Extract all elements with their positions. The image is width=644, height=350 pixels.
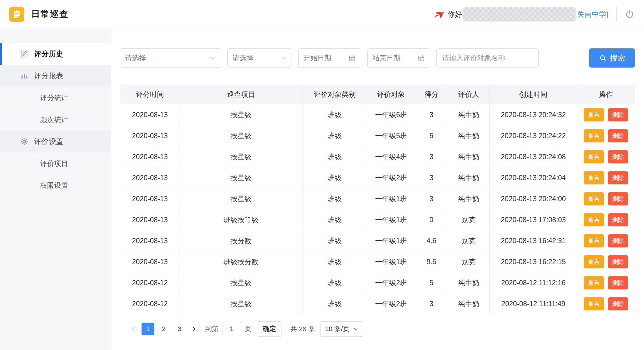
cell-created-at: 2020-08-13 20:24:22 xyxy=(490,125,577,146)
calendar-icon xyxy=(348,54,356,62)
delete-button[interactable]: 删除 xyxy=(608,297,628,310)
cell-rater: 纯牛奶 xyxy=(448,104,490,125)
cell-inspect-item: 按星级 xyxy=(180,146,302,167)
sidebar-item-score-report[interactable]: 评分报表 xyxy=(0,65,111,87)
next-page-button[interactable] xyxy=(187,323,200,335)
cell-score: 0 xyxy=(415,209,448,230)
col-score: 得分 xyxy=(415,85,448,104)
delete-button[interactable]: 删除 xyxy=(608,234,628,247)
view-button[interactable]: 查看 xyxy=(584,108,604,121)
page-size-label: 10 条/页 xyxy=(325,324,350,334)
cell-target: 一年级1班 xyxy=(367,251,415,272)
delete-button[interactable]: 删除 xyxy=(608,255,628,268)
logout-button[interactable] xyxy=(625,9,635,19)
sidebar-item-label: 评价项目 xyxy=(40,159,68,168)
view-button[interactable]: 查看 xyxy=(584,255,604,268)
cell-score: 3 xyxy=(415,188,448,209)
table-row: 2020-08-13按星级班级一年级2班3纯牛奶2020-08-13 20:24… xyxy=(120,167,635,188)
date-placeholder: 结束日期 xyxy=(373,53,401,63)
cell-target: 一年级6班 xyxy=(367,104,415,125)
page-size-select[interactable]: 10 条/页 xyxy=(320,321,363,337)
select-placeholder: 请选择 xyxy=(125,53,146,63)
sidebar-item-score-stats[interactable]: 评分统计 xyxy=(0,87,111,109)
prev-page-button[interactable] xyxy=(127,323,140,335)
table-body: 2020-08-13按星级班级一年级6班3纯牛奶2020-08-13 20:24… xyxy=(120,104,635,314)
cell-score: 9.5 xyxy=(415,251,448,272)
delete-button[interactable]: 删除 xyxy=(608,129,628,142)
cell-target: 一年级2班 xyxy=(367,272,415,293)
cell-score-time: 2020-08-12 xyxy=(120,272,180,293)
chevron-down-icon xyxy=(353,326,359,332)
cell-created-at: 2020-08-13 16:42:31 xyxy=(490,230,577,251)
table-row: 2020-08-13按分数班级一年级1班4.6别克2020-08-13 16:4… xyxy=(120,230,635,251)
sidebar-item-eval-settings[interactable]: 评价设置 xyxy=(0,131,111,152)
cell-score-time: 2020-08-13 xyxy=(120,251,180,272)
start-date-input[interactable]: 开始日期 xyxy=(298,48,361,68)
view-button[interactable]: 查看 xyxy=(584,213,604,226)
sidebar-item-label: 评分历史 xyxy=(34,49,63,59)
cell-actions: 查看删除 xyxy=(577,146,635,167)
pagination: 123 到第 页 确定 共 28 条 10 条/页 xyxy=(120,318,635,340)
cell-score: 3 xyxy=(415,167,448,188)
filter-select-1[interactable]: 请选择 xyxy=(120,48,221,68)
cell-score-time: 2020-08-13 xyxy=(120,146,180,167)
cell-actions: 查看删除 xyxy=(577,188,635,209)
col-score-time: 评分时间 xyxy=(120,85,180,104)
cell-target: 一年级5班 xyxy=(367,125,415,146)
sidebar: 评分历史 评分报表 评分统计 频次统计 xyxy=(0,29,111,350)
bird-icon xyxy=(432,8,445,20)
cell-created-at: 2020-08-13 20:24:32 xyxy=(490,104,577,125)
results-table-wrap: 评分时间 巡查项目 评价对象类别 评价对象 得分 评价人 创建时间 操作 202… xyxy=(120,85,635,314)
cell-score-time: 2020-08-13 xyxy=(120,125,180,146)
cell-inspect-item: 班级按分数 xyxy=(180,251,302,272)
select-placeholder: 请选择 xyxy=(233,53,254,63)
end-date-input[interactable]: 结束日期 xyxy=(367,48,430,68)
cell-inspect-item: 按分数 xyxy=(180,230,302,251)
search-button-label: 搜索 xyxy=(610,53,625,63)
chevron-down-icon xyxy=(210,55,216,61)
delete-button[interactable]: 删除 xyxy=(608,108,628,121)
view-button[interactable]: 查看 xyxy=(584,297,604,310)
view-button[interactable]: 查看 xyxy=(584,150,604,163)
view-button[interactable]: 查看 xyxy=(584,234,604,247)
sidebar-item-score-history[interactable]: 评分历史 xyxy=(0,43,111,65)
view-button[interactable]: 查看 xyxy=(584,171,604,184)
search-button[interactable]: 搜索 xyxy=(589,48,635,68)
cell-target-type: 班级 xyxy=(302,146,367,167)
table-row: 2020-08-13按星级班级一年级1班3纯牛奶2020-08-13 20:24… xyxy=(120,188,635,209)
sidebar-item-eval-items[interactable]: 评价项目 xyxy=(0,152,111,174)
page-button-1[interactable]: 1 xyxy=(142,323,154,335)
table-row: 2020-08-12按星级班级一年级2班3纯牛奶2020-08-12 11:11… xyxy=(120,293,635,314)
view-button[interactable]: 查看 xyxy=(584,192,604,205)
chevron-down-icon xyxy=(281,55,287,61)
confirm-button[interactable]: 确定 xyxy=(257,321,282,337)
target-name-input[interactable] xyxy=(442,54,534,62)
cell-score-time: 2020-08-13 xyxy=(120,188,180,209)
page-button-2[interactable]: 2 xyxy=(157,323,170,335)
delete-button[interactable]: 删除 xyxy=(608,150,628,163)
page-button-3[interactable]: 3 xyxy=(173,323,186,335)
delete-button[interactable]: 删除 xyxy=(608,192,628,205)
cell-score-time: 2020-08-12 xyxy=(120,293,180,314)
cell-created-at: 2020-08-12 11:11:49 xyxy=(490,293,577,314)
target-name-field[interactable] xyxy=(436,48,539,68)
cell-rater: 纯牛奶 xyxy=(448,167,490,188)
view-button[interactable]: 查看 xyxy=(584,129,604,142)
cell-rater: 别克 xyxy=(448,230,490,251)
cell-target: 一年级1班 xyxy=(367,209,415,230)
cell-score: 5 xyxy=(415,125,448,146)
goto-page-input[interactable] xyxy=(222,322,241,336)
filter-select-2[interactable]: 请选择 xyxy=(227,48,292,68)
cell-rater: 纯牛奶 xyxy=(448,293,490,314)
sidebar-item-frequency-stats[interactable]: 频次统计 xyxy=(0,109,111,131)
gear-icon xyxy=(20,137,29,146)
col-created-at: 创建时间 xyxy=(490,85,577,104)
delete-button[interactable]: 删除 xyxy=(608,171,628,184)
cell-inspect-item: 班级按等级 xyxy=(180,209,302,230)
cell-created-at: 2020-08-13 20:24:00 xyxy=(490,188,577,209)
delete-button[interactable]: 删除 xyxy=(608,213,628,226)
cell-rater: 别克 xyxy=(448,209,490,230)
sidebar-item-permission-settings[interactable]: 权限设置 xyxy=(0,174,111,196)
delete-button[interactable]: 删除 xyxy=(608,276,628,289)
view-button[interactable]: 查看 xyxy=(584,276,604,289)
